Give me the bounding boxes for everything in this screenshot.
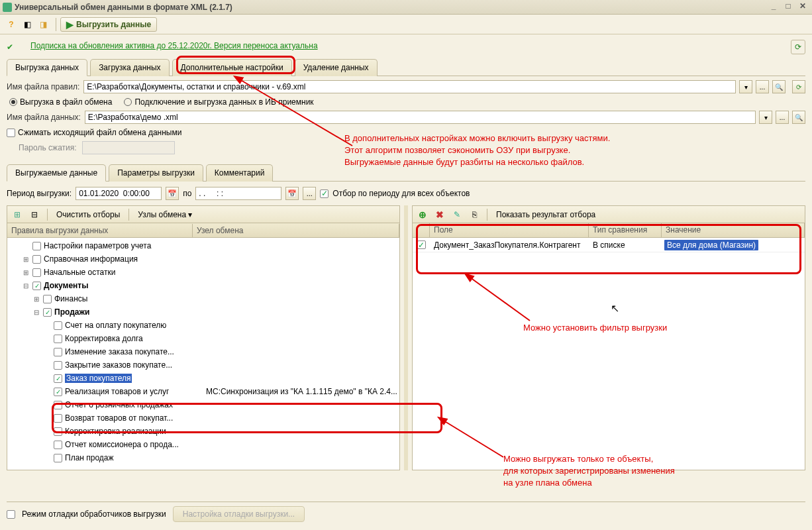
subtab-data[interactable]: Выгружаемые данные xyxy=(7,164,106,182)
window-title: Универсальный обмен данными в формате XM… xyxy=(15,3,766,12)
expand-icon[interactable]: ⊞ xyxy=(22,256,30,263)
data-file-input[interactable] xyxy=(85,111,756,124)
arrow-3 xyxy=(437,417,517,464)
run-label: Выгрузить данные xyxy=(76,20,151,29)
tree-row[interactable]: Отчет комиссионера о прода... xyxy=(7,438,399,451)
refresh-button[interactable]: ⟳ xyxy=(791,40,805,54)
data-dropdown-button[interactable]: ▾ xyxy=(759,111,772,124)
rules-browse-button[interactable]: ... xyxy=(756,80,769,93)
rules-tree[interactable]: Настройки параметров учета⊞Справочная ин… xyxy=(7,238,399,470)
expand-icon[interactable]: ⊞ xyxy=(22,269,30,276)
tree-checkbox[interactable] xyxy=(54,335,62,343)
main-tabs: Выгрузка данных Загрузка данных Дополнит… xyxy=(7,58,805,76)
filter-row[interactable]: ✓ Документ_ЗаказПокупателя.Контрагент В … xyxy=(413,238,805,252)
period-from-cal-button[interactable]: 📅 xyxy=(166,187,179,200)
pwd-input[interactable] xyxy=(82,141,175,154)
tab-export[interactable]: Выгрузка данных xyxy=(7,59,87,76)
tree-checkbox[interactable] xyxy=(32,242,41,250)
radio-export-file[interactable]: Выгрузка в файл обмена xyxy=(9,97,112,107)
period-to-input[interactable] xyxy=(195,187,281,200)
copy-filter-icon[interactable]: ⎘ xyxy=(467,207,482,222)
maximize-button[interactable]: □ xyxy=(782,1,795,13)
tree-row[interactable]: ✓Реализация товаров и услугМС:Синхрониза… xyxy=(7,385,399,398)
subtab-params[interactable]: Параметры выгрузки xyxy=(109,164,203,182)
tree-label: Документы xyxy=(44,281,88,290)
run-export-button[interactable]: ▶ Выгрузить данные xyxy=(60,17,157,32)
period-from-input[interactable] xyxy=(76,187,162,200)
tree-checkbox[interactable] xyxy=(43,295,52,303)
period-to-cal-button[interactable]: 📅 xyxy=(285,187,299,200)
period-all-checkbox[interactable]: ✓ xyxy=(320,189,329,198)
debug-checkbox[interactable] xyxy=(7,510,15,519)
tree-checkbox[interactable] xyxy=(54,427,62,436)
tree-row[interactable]: Корректировка реализации xyxy=(7,425,399,438)
tree-row[interactable]: Корректировка долга xyxy=(7,332,399,345)
compress-label: Сжимать исходящий файл обмена данными xyxy=(18,128,181,137)
period-extra-button[interactable]: ... xyxy=(303,187,316,200)
help-icon[interactable]: ? xyxy=(4,17,19,32)
delete-filter-icon[interactable]: ✖ xyxy=(432,207,447,222)
tree-row[interactable]: ⊞Справочная информация xyxy=(7,252,399,266)
exchange-nodes-button[interactable]: Узлы обмена ▾ xyxy=(133,208,197,221)
filter-val: Все для дома (Магазин) xyxy=(664,240,758,250)
tree-checkbox[interactable]: ✓ xyxy=(54,374,62,383)
minimize-button[interactable]: _ xyxy=(767,1,780,13)
show-result-button[interactable]: Показать результат отбора xyxy=(491,208,600,221)
tree-row[interactable]: Счет на оплату покупателю xyxy=(7,319,399,332)
tree-label: Реализация товаров и услуг xyxy=(65,387,169,396)
clear-filters-button[interactable]: Очистить отборы xyxy=(52,208,125,221)
tree-row[interactable]: Закрытие заказов покупате... xyxy=(7,358,399,372)
tool-icon-2[interactable]: ◨ xyxy=(36,17,50,32)
data-search-button[interactable]: 🔍 xyxy=(792,111,805,124)
tree-checkbox[interactable] xyxy=(54,348,62,356)
expand-icon[interactable]: ⊞ xyxy=(32,295,40,303)
tree-checkbox[interactable]: ✓ xyxy=(43,308,52,317)
data-browse-button[interactable]: ... xyxy=(776,111,789,124)
col-rules-header: Правила выгрузки данных xyxy=(7,224,193,237)
tree-collapse-icon[interactable]: ⊟ xyxy=(27,207,42,222)
tree-checkbox[interactable] xyxy=(54,441,62,449)
main-toolbar: ? ◧ ◨ ▶ Выгрузить данные xyxy=(0,15,812,34)
tree-row[interactable]: План продаж xyxy=(7,451,399,464)
edit-filter-icon[interactable]: ✎ xyxy=(450,207,464,222)
tree-row[interactable]: ⊞Финансы xyxy=(7,292,399,305)
splitter[interactable] xyxy=(404,205,408,470)
tree-row[interactable]: ⊞Начальные остатки xyxy=(7,266,399,279)
rules-reload-button[interactable]: ⟳ xyxy=(792,80,805,93)
rules-file-label: Имя файла правил: xyxy=(7,82,79,91)
tree-checkbox[interactable]: ✓ xyxy=(32,282,41,290)
tree-row[interactable]: ⊟✓Продажи xyxy=(7,305,399,319)
rules-dropdown-button[interactable]: ▾ xyxy=(739,80,752,93)
tree-checkbox[interactable] xyxy=(54,361,62,370)
tree-row[interactable]: Отчет о розничных продажах xyxy=(7,398,399,411)
app-icon xyxy=(3,3,12,12)
rules-file-input[interactable] xyxy=(83,80,736,93)
tree-checkbox[interactable] xyxy=(54,454,62,462)
tree-checkbox[interactable] xyxy=(54,414,62,423)
tree-label: Начальные остатки xyxy=(44,268,115,277)
debug-settings-button[interactable]: Настройка отладки выгрузки... xyxy=(173,506,305,522)
subscription-link[interactable]: Подписка на обновления активна до 25.12.… xyxy=(30,41,318,50)
rules-search-button[interactable]: 🔍 xyxy=(772,80,786,93)
expand-icon[interactable]: ⊟ xyxy=(32,309,40,316)
tree-checkbox[interactable] xyxy=(54,401,62,409)
subtab-comment[interactable]: Комментарий xyxy=(206,164,274,182)
tree-row[interactable]: ⊟✓Документы xyxy=(7,279,399,292)
tree-expand-icon[interactable]: ⊞ xyxy=(10,207,25,222)
compress-checkbox[interactable] xyxy=(7,129,15,137)
add-filter-icon[interactable]: ⊕ xyxy=(415,207,430,222)
period-all-label: Отбор по периоду для всех объектов xyxy=(332,189,470,198)
tree-label: Отчет комиссионера о прода... xyxy=(65,440,179,449)
tree-row[interactable]: Настройки параметров учета xyxy=(7,239,399,252)
tree-checkbox[interactable] xyxy=(32,268,41,277)
tree-row[interactable]: Изменение заказа покупате... xyxy=(7,345,399,358)
expand-icon[interactable]: ⊟ xyxy=(22,282,30,290)
tree-row[interactable]: ✓Заказ покупателя xyxy=(7,372,399,385)
tab-import[interactable]: Загрузка данных xyxy=(90,59,169,76)
tree-row[interactable]: Возврат товаров от покупат... xyxy=(7,411,399,425)
tree-checkbox[interactable] xyxy=(32,255,41,264)
tool-icon-1[interactable]: ◧ xyxy=(20,17,34,32)
tree-checkbox[interactable] xyxy=(54,321,62,330)
tree-checkbox[interactable]: ✓ xyxy=(54,388,62,396)
close-button[interactable]: ✕ xyxy=(796,1,809,13)
